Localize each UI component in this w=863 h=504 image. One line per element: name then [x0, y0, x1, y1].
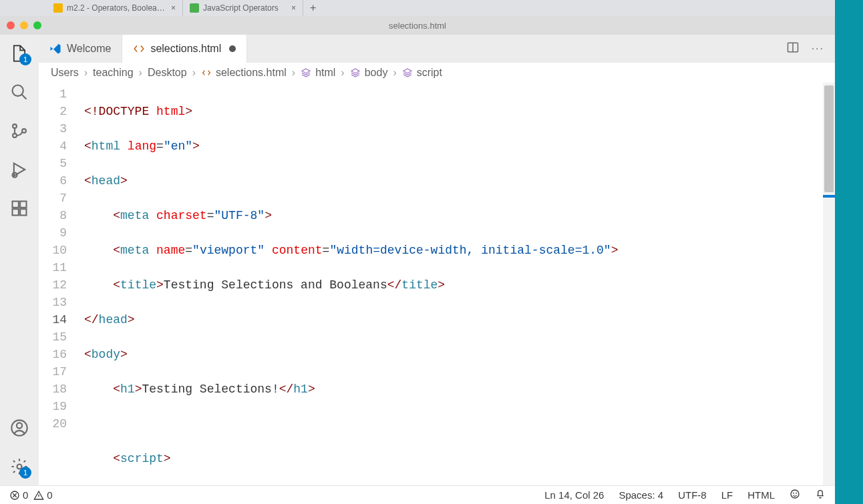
feedback-icon[interactable]	[790, 489, 800, 501]
scrollbar-thumb[interactable]	[824, 85, 834, 192]
close-icon[interactable]: ×	[171, 3, 176, 13]
tab-label: selections.html	[150, 43, 221, 55]
browser-tab-label: JavaScript Operators	[203, 3, 279, 13]
os-desktop-gap	[835, 0, 863, 504]
status-bar: 0 0 Ln 14, Col 26 Spaces: 4 UTF-8 LF HTM…	[0, 485, 835, 504]
svg-point-1	[13, 124, 17, 128]
browser-tab-strip: m2.2 - Operators, Booleans & × JavaScrip…	[0, 0, 863, 16]
tab-selections-html[interactable]: selections.html	[122, 35, 247, 63]
window-title: selections.html	[389, 21, 446, 31]
svg-rect-8	[20, 202, 26, 208]
favicon-w3	[190, 3, 199, 13]
run-debug-icon[interactable]	[9, 159, 30, 180]
svg-point-15	[794, 493, 794, 493]
code-content[interactable]: <!DOCTYPE html> <html lang="en"> <head> …	[79, 83, 835, 485]
close-icon[interactable]: ×	[291, 3, 296, 13]
svg-rect-7	[20, 209, 26, 215]
settings-gear-icon[interactable]: 1	[9, 456, 30, 477]
chevron-right-icon: ›	[192, 67, 196, 79]
warnings-count[interactable]: 0	[33, 489, 52, 501]
breadcrumb-item[interactable]: selections.html	[201, 67, 287, 79]
code-editor[interactable]: 1 2 3 4 5 6 7 8 9 10 11 12 13 14 15 16 1	[39, 83, 835, 485]
language-mode[interactable]: HTML	[747, 489, 775, 501]
html-file-icon	[133, 43, 145, 55]
more-actions-icon[interactable]: ···	[812, 43, 824, 55]
editor-tabs: Welcome selections.html ···	[39, 35, 835, 63]
source-control-icon[interactable]	[9, 120, 30, 142]
cursor-position[interactable]: Ln 14, Col 26	[544, 489, 604, 501]
chevron-right-icon: ›	[292, 67, 295, 79]
vscode-logo-icon	[49, 43, 61, 55]
editor-area: Welcome selections.html ··· Use	[39, 35, 835, 485]
eol[interactable]: LF	[721, 489, 733, 501]
symbol-icon	[402, 67, 413, 78]
chevron-right-icon: ›	[393, 67, 396, 79]
svg-point-2	[13, 134, 17, 138]
activity-bar: 1 1	[0, 35, 39, 485]
notifications-icon[interactable]	[815, 489, 826, 501]
svg-point-14	[791, 490, 799, 498]
encoding[interactable]: UTF-8	[678, 489, 707, 501]
tab-label: Welcome	[67, 43, 111, 55]
maximize-window-icon[interactable]	[33, 21, 41, 29]
minimap-cursor-mark	[823, 195, 835, 198]
svg-point-16	[796, 493, 797, 493]
svg-rect-5	[13, 202, 19, 208]
chevron-right-icon: ›	[84, 67, 88, 79]
explorer-badge: 1	[19, 53, 31, 65]
titlebar: selections.html	[0, 16, 835, 35]
favicon-slides	[53, 3, 63, 13]
breadcrumb[interactable]: Users › teaching › Desktop › selections.…	[39, 63, 835, 83]
unsaved-indicator-icon	[229, 45, 236, 52]
extensions-icon[interactable]	[9, 198, 30, 219]
html-file-icon	[201, 67, 212, 78]
browser-tab-1[interactable]: JavaScript Operators ×	[183, 0, 303, 16]
settings-badge: 1	[19, 467, 31, 479]
vscode-window: selections.html 1	[0, 16, 835, 485]
search-icon[interactable]	[9, 81, 30, 103]
indent-setting[interactable]: Spaces: 4	[619, 489, 663, 501]
split-editor-icon[interactable]	[786, 41, 800, 57]
minimize-window-icon[interactable]	[20, 21, 28, 29]
breadcrumb-item[interactable]: html	[301, 67, 335, 79]
window-controls	[7, 21, 41, 29]
errors-count[interactable]: 0	[9, 489, 28, 501]
breadcrumb-item[interactable]: Desktop	[148, 67, 187, 79]
line-number-gutter: 1 2 3 4 5 6 7 8 9 10 11 12 13 14 15 16 1	[39, 83, 79, 485]
breadcrumb-item[interactable]: teaching	[93, 67, 134, 79]
svg-point-10	[17, 423, 22, 428]
accounts-icon[interactable]	[9, 417, 30, 439]
browser-tab-label: m2.2 - Operators, Booleans &	[67, 3, 167, 13]
symbol-icon	[301, 67, 311, 78]
svg-point-0	[13, 85, 23, 96]
minimap-scrollbar[interactable]	[823, 83, 835, 485]
breadcrumb-item[interactable]: script	[402, 67, 442, 79]
chevron-right-icon: ›	[139, 67, 142, 79]
symbol-icon	[350, 67, 361, 78]
close-window-icon[interactable]	[7, 21, 15, 29]
breadcrumb-item[interactable]: body	[350, 67, 388, 79]
new-tab-button[interactable]: +	[303, 2, 323, 14]
svg-rect-6	[13, 209, 19, 215]
browser-tab-0[interactable]: m2.2 - Operators, Booleans & ×	[47, 0, 183, 16]
tab-actions: ···	[786, 35, 835, 63]
breadcrumb-item[interactable]: Users	[51, 67, 79, 79]
tab-welcome[interactable]: Welcome	[39, 35, 122, 63]
explorer-icon[interactable]: 1	[9, 43, 30, 64]
chevron-right-icon: ›	[341, 67, 344, 79]
